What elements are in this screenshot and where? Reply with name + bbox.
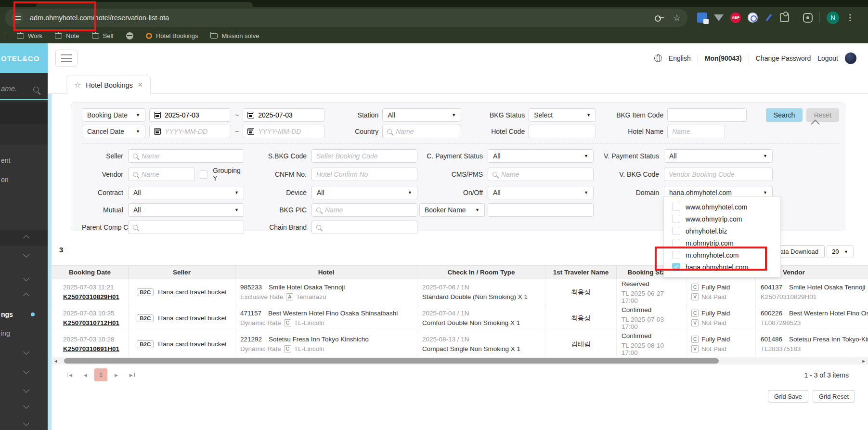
domain-option-selected[interactable]: hana.ohmyhotel.com	[664, 261, 780, 273]
domain-option[interactable]: m.ohmyhotel.com	[664, 249, 780, 261]
adblock-icon[interactable]: ABP	[730, 13, 741, 23]
booker-name-input[interactable]	[488, 203, 594, 217]
logout-link[interactable]: Logout	[817, 54, 838, 62]
device-select[interactable]: All	[311, 186, 417, 199]
bookmark-work[interactable]: Work	[17, 32, 42, 39]
bkg-pic-input[interactable]	[325, 206, 413, 214]
vendor-input[interactable]	[142, 170, 190, 178]
sidebar-item[interactable]: on	[0, 173, 48, 186]
booker-name-select[interactable]: Booker Name	[419, 203, 485, 217]
tab-hotel-bookings[interactable]: Hotel Bookings	[66, 76, 151, 94]
sidebar-item[interactable]: ing	[0, 327, 48, 339]
cancel-date-to-input[interactable]	[258, 128, 320, 135]
reset-button[interactable]: Reset	[806, 108, 839, 122]
chain-brand-input[interactable]	[325, 223, 413, 231]
hamburger-menu-button[interactable]	[55, 50, 78, 67]
favorite-star-icon[interactable]	[74, 80, 81, 90]
parent-comp-field[interactable]	[128, 221, 244, 234]
sidebar-group[interactable]	[0, 418, 48, 430]
grouping-checkbox[interactable]	[200, 170, 208, 179]
sidebar-group[interactable]	[0, 231, 48, 244]
grid-save-button[interactable]: Grid Save	[768, 390, 808, 403]
close-icon[interactable]	[138, 80, 143, 90]
next-page-button[interactable]: ►	[110, 368, 123, 381]
onoff-select[interactable]: All	[488, 186, 594, 199]
bkg-item-code-input[interactable]	[667, 108, 747, 122]
user-avatar[interactable]	[845, 52, 856, 64]
mutual-select[interactable]: All	[128, 203, 244, 217]
parent-comp-input[interactable]	[142, 223, 239, 231]
sidebar-item-hotel-bookings[interactable]: ngs	[0, 308, 48, 321]
prev-page-button[interactable]: ◄	[79, 368, 92, 381]
bookmark-mission-solve[interactable]: Mission solve	[210, 32, 259, 39]
screenshot-lens-icon[interactable]	[803, 13, 813, 23]
extensions-puzzle-icon[interactable]	[780, 13, 789, 22]
address-bar[interactable]: adm.ohmyhotel.com/hotel/reservation-list…	[5, 9, 687, 27]
sbkg-code-input[interactable]	[311, 149, 417, 163]
cancel-date-to[interactable]	[243, 125, 324, 138]
domain-option[interactable]: www.ohmytrip.com	[664, 213, 780, 225]
sidebar-group[interactable]	[0, 249, 48, 262]
browser-active-tab[interactable]	[36, 2, 253, 7]
sidebar-group[interactable]	[0, 366, 48, 378]
booking-date-from[interactable]	[149, 108, 231, 122]
site-info-icon[interactable]	[12, 12, 23, 24]
checkbox-checked[interactable]	[672, 263, 680, 271]
grid-reset-button[interactable]: Grid Reset	[813, 390, 855, 403]
checkbox-unchecked[interactable]	[672, 215, 680, 223]
search-button[interactable]: Search	[766, 108, 803, 122]
bookmark-note[interactable]: Note	[55, 32, 79, 39]
booking-code-link[interactable]: K25070310712H01	[63, 319, 123, 326]
vue-devtools-icon[interactable]	[714, 14, 724, 21]
bookmark-hotel-bookings[interactable]: Hotel Bookings	[146, 32, 198, 39]
scrollbar-thumb[interactable]	[64, 358, 719, 364]
bookmark-self[interactable]: Self	[92, 32, 114, 39]
last-page-button[interactable]: ►	[125, 368, 138, 381]
seller-field[interactable]	[128, 149, 244, 163]
bookmark-globe[interactable]	[126, 32, 133, 39]
c-payment-select[interactable]: All	[488, 149, 594, 163]
contract-select[interactable]: All	[128, 186, 244, 199]
country-input[interactable]	[396, 128, 456, 135]
sidebar-section-band[interactable]	[0, 102, 48, 124]
vendor-field[interactable]	[128, 168, 195, 181]
checkbox-unchecked[interactable]	[672, 203, 680, 211]
hotel-name-input[interactable]	[667, 125, 725, 138]
booking-code-link[interactable]: K25070310691H01	[63, 345, 123, 352]
booking-code-link[interactable]: K25070310829H01	[63, 293, 123, 300]
url-text[interactable]: adm.ohmyhotel.com/hotel/reservation-list…	[30, 14, 169, 22]
password-key-icon[interactable]	[655, 15, 664, 20]
cancel-date-from-input[interactable]	[165, 128, 226, 135]
sidebar-section-band[interactable]	[0, 124, 48, 144]
sidebar-group[interactable]	[0, 385, 48, 397]
sidebar-group[interactable]	[0, 347, 48, 359]
bkg-pic-field[interactable]	[311, 203, 417, 217]
checkbox-unchecked[interactable]	[672, 227, 680, 235]
browser-profile-avatar[interactable]: N	[827, 12, 839, 24]
booking-date-to-input[interactable]	[258, 111, 320, 119]
change-password-link[interactable]: Change Password	[756, 54, 811, 62]
page-size-select[interactable]: 20	[827, 245, 854, 258]
checkbox-unchecked[interactable]	[672, 251, 680, 259]
user-id[interactable]: Mon(90043)	[705, 54, 742, 62]
booking-date-from-input[interactable]	[165, 111, 226, 119]
page-1-button[interactable]: 1	[94, 368, 107, 381]
booking-date-to[interactable]	[243, 108, 324, 122]
translate-icon[interactable]	[697, 13, 707, 23]
coin-extension-icon[interactable]	[748, 13, 758, 23]
bkg-status-select[interactable]: Select	[529, 108, 596, 122]
booking-date-type-select[interactable]: Booking Date	[82, 108, 145, 122]
first-page-button[interactable]: ◄	[64, 368, 77, 381]
station-select[interactable]: All	[382, 108, 461, 122]
domain-option[interactable]: m.ohmytrip.com	[664, 237, 780, 249]
sidebar-group[interactable]	[0, 401, 48, 413]
hotel-code-input[interactable]	[529, 125, 596, 138]
cancel-date-from[interactable]	[149, 125, 231, 138]
seller-input[interactable]	[142, 152, 239, 160]
cms-pms-input[interactable]	[501, 170, 589, 178]
bookmark-star-icon[interactable]	[673, 13, 681, 23]
cancel-date-type-select[interactable]: Cancel Date	[82, 125, 145, 138]
domain-option[interactable]: ohmyhotel.biz	[664, 225, 780, 237]
browser-menu-icon[interactable]	[846, 13, 854, 23]
cnfm-input[interactable]	[311, 168, 417, 181]
